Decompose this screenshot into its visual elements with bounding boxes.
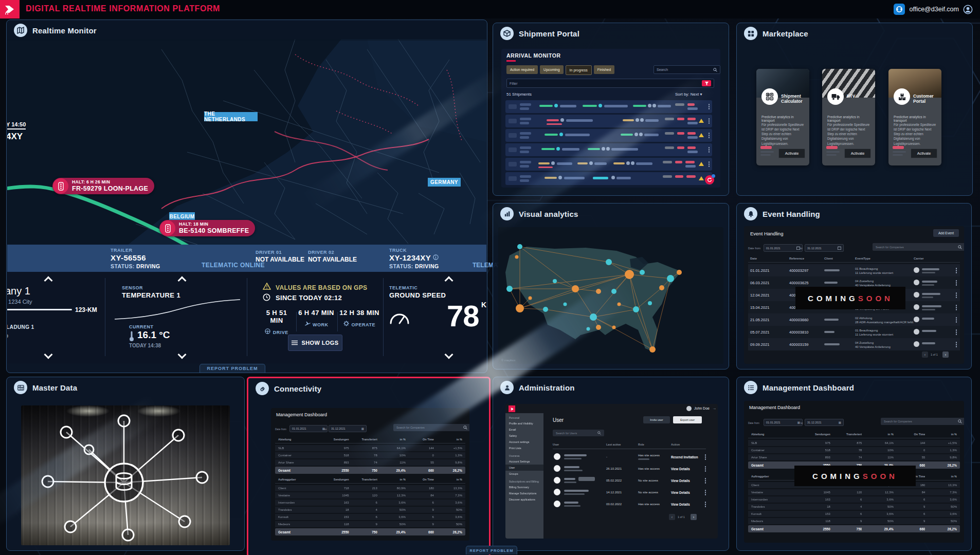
sidebar-item[interactable]: Profile and Visibility [505, 420, 543, 427]
date-from-input[interactable]: 01.01.2021▦ [764, 419, 803, 426]
user-search-box[interactable]: Search for Users [553, 430, 604, 436]
row-menu-kebab-icon[interactable] [956, 342, 957, 343]
shipment-row[interactable] [505, 158, 712, 171]
row-menu-kebab-icon[interactable] [709, 104, 710, 105]
tab-upcoming[interactable]: Upcoming [540, 65, 564, 74]
date-to-input[interactable]: 31.12.2021 [805, 244, 844, 252]
date-to-input[interactable]: 31.12.2021▦ [329, 425, 367, 432]
row-menu-kebab-icon[interactable] [956, 268, 957, 269]
refresh-fab-button[interactable] [705, 175, 714, 184]
shipment-row[interactable] [505, 143, 712, 156]
carrier-avatar [914, 317, 919, 322]
row-menu-kebab-icon[interactable] [956, 317, 957, 319]
marketplace-card-shipment-calculator[interactable]: Shipment Calculator Predictive analytics… [756, 69, 809, 165]
info-icon[interactable] [433, 254, 439, 260]
row-menu-kebab-icon[interactable] [956, 292, 957, 294]
shipment-row[interactable] [505, 115, 712, 127]
company-search-box[interactable]: Search for Companies [881, 418, 964, 425]
company-search-box[interactable]: Search for Companies [393, 424, 469, 431]
network-map[interactable]: © mapbox [498, 227, 723, 364]
sidebar-item[interactable]: Groups [505, 471, 543, 477]
add-event-button[interactable]: Add Event [933, 229, 959, 237]
expand-down-chevron-icon[interactable] [178, 353, 186, 358]
page-next-button[interactable]: › [942, 351, 949, 358]
logout-arrow-icon[interactable]: → [712, 406, 716, 411]
event-row[interactable]: 05.07.202140000381001 Beauftragung11 Lie… [748, 326, 960, 338]
event-row[interactable]: 01.01.202140000329701 Beauftragung11 Lie… [748, 264, 960, 276]
row-menu-kebab-icon[interactable] [705, 502, 706, 503]
shipment-row[interactable] [505, 129, 712, 142]
user-profile-icon[interactable] [963, 5, 973, 14]
activate-button[interactable]: Activate [844, 149, 871, 158]
row-menu-kebab-icon[interactable] [705, 478, 706, 479]
user-row[interactable]: 14.12.2021 No site access View Details [553, 487, 707, 498]
row-action[interactable]: View Details [671, 503, 690, 506]
user-row[interactable]: 03.02.2022 Has site access View Details [553, 498, 707, 510]
row-menu-kebab-icon[interactable] [709, 133, 710, 134]
filter-button[interactable] [702, 80, 711, 86]
collapse-up-chevron-icon[interactable] [445, 277, 453, 282]
row-action[interactable]: View Details [671, 479, 690, 483]
page-next-button[interactable]: › [691, 514, 697, 520]
marketplace-card-ptv[interactable]: PTV Predictive analytics in transport Fü… [822, 69, 875, 165]
event-row[interactable]: 09.09.202140000315904 Zustellung40 Versp… [748, 338, 960, 350]
row-action[interactable]: View Details [671, 467, 690, 471]
sidebar-item[interactable]: Account Settings [505, 458, 543, 465]
shipment-row[interactable] [505, 100, 712, 113]
shipment-row[interactable] [505, 172, 712, 185]
row-action[interactable]: View Details [671, 491, 690, 494]
date-from-input[interactable]: 01.01.2021 [764, 244, 803, 252]
show-logs-button[interactable]: SHOW LOGS [288, 335, 342, 351]
route-stop-marker[interactable]: HALT: 6 H 26 MINFR-59279 LOON-PLAGE [52, 178, 154, 194]
tab-in-progress[interactable]: In progress [566, 65, 592, 75]
sidebar-item[interactable]: Print Lists [505, 445, 543, 451]
remote-session-icon[interactable] [894, 4, 905, 15]
row-menu-kebab-icon[interactable] [956, 329, 957, 331]
collapse-up-chevron-icon[interactable] [178, 277, 186, 282]
invite-user-button[interactable]: Invite user [643, 416, 670, 423]
activate-button[interactable]: Activate [911, 149, 937, 158]
search-box[interactable]: Search [654, 65, 720, 74]
row-menu-kebab-icon[interactable] [709, 118, 710, 120]
marketplace-card-customer-portal[interactable]: Customer Portal Predictive analytics in … [888, 69, 941, 165]
sort-dropdown[interactable]: Sort by: Next ▾ [675, 92, 702, 97]
date-from-input[interactable]: 01.01.2021▦ [289, 425, 328, 432]
report-problem-tab[interactable]: REPORT PROBLEM [466, 546, 517, 554]
sidebar-item[interactable]: Discover applications [505, 496, 543, 503]
row-menu-kebab-icon[interactable] [709, 147, 710, 149]
table-row: Intermorden16363,6%63,6% [748, 496, 960, 503]
sidebar-item[interactable]: Billing Summary [505, 484, 543, 490]
company-search-box[interactable]: Search for Companies [873, 243, 964, 251]
row-menu-kebab-icon[interactable] [956, 280, 957, 282]
sidebar-item[interactable]: Account settings [505, 439, 543, 445]
route-stop-marker[interactable]: HALT: 18 MINBE-5140 SOMBREFFE [159, 220, 255, 236]
row-menu-kebab-icon[interactable] [956, 305, 957, 306]
report-problem-tab[interactable]: REPORT PROBLEM [199, 364, 265, 373]
row-action[interactable]: Resend Invitation [671, 455, 698, 459]
expand-down-chevron-icon[interactable] [44, 353, 52, 358]
row-menu-kebab-icon[interactable] [705, 490, 706, 491]
activate-button[interactable]: Activate [778, 149, 805, 158]
app-logo[interactable] [0, 0, 20, 18]
user-row[interactable]: 26.10.2021 Has site access View Details [553, 463, 707, 475]
row-menu-kebab-icon[interactable] [709, 161, 710, 163]
filter-bar[interactable]: Filter [506, 79, 714, 88]
tab-finished[interactable]: Finished [594, 65, 614, 74]
collapse-up-chevron-icon[interactable] [44, 277, 52, 282]
page-prev-button[interactable]: ‹ [922, 351, 928, 358]
user-row[interactable]: 05.02.2022 No site access View Details [553, 475, 707, 487]
route-map[interactable]: Y 14:50 4XY THE NETHERLANDS GERMANY BELG… [7, 39, 486, 245]
event-row[interactable]: 21.05.202140000366002 Abholung28 ADR-Aus… [748, 313, 960, 326]
sidebar-item-user[interactable]: User [505, 465, 543, 471]
row-menu-kebab-icon[interactable] [705, 454, 706, 456]
sidebar-item[interactable]: Manage Subscriptions [505, 490, 543, 496]
sidebar-item[interactable]: Email [505, 427, 543, 433]
expand-down-chevron-icon[interactable] [445, 353, 453, 358]
export-user-button[interactable]: Export user [673, 416, 702, 423]
tab-action-required[interactable]: Action required [506, 65, 538, 74]
date-to-input[interactable]: 31.12.2021▦ [805, 419, 844, 426]
row-menu-kebab-icon[interactable] [705, 466, 706, 468]
sidebar-item[interactable]: Safety [505, 433, 543, 439]
page-prev-button[interactable]: ‹ [669, 514, 675, 520]
user-row[interactable]: - Has site access Resend Invitation [553, 451, 707, 463]
